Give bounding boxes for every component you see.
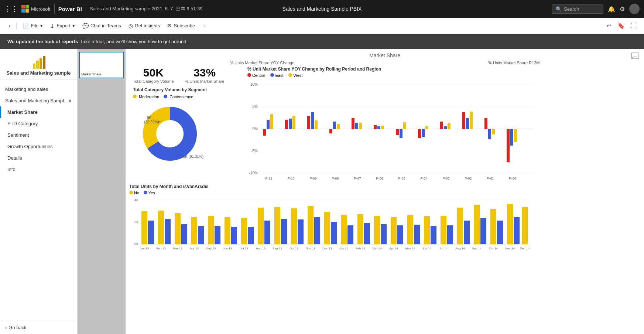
sidebar-item-marketing[interactable]: Marketing and sales [0,84,77,95]
user-avatar[interactable] [629,4,640,14]
sidebar-section-label: Sales and Marketing Sampl... [5,98,68,103]
yoy-section: % Unit Market Share YOY Change by Rollin… [247,67,640,184]
legend-moderation: Moderation [133,95,159,99]
sidebar-bottom: ‹ Go back [0,321,77,334]
go-back-button[interactable]: ‹ Go back [5,325,72,330]
yoy-legend-west: West [288,73,302,78]
svg-rect-94 [281,219,287,244]
svg-text:P-08: P-08 [332,177,339,180]
topbar-divider [54,4,55,14]
sidebar-item-details-label: Details [7,155,22,161]
file-button[interactable]: 📄 File ▾ [20,21,46,31]
sidebar-item-details[interactable]: Details [0,152,77,164]
svg-rect-57 [510,129,513,146]
back-icon: ‹ [9,23,10,28]
sidebar-app-title: Sales and Marketing sample [6,70,71,76]
sidebar-item-growth-label: Growth Opportunities [7,144,53,149]
svg-text:Aug-14: Aug-14 [455,247,465,250]
comment-button[interactable] [631,52,640,62]
waffle-icon[interactable]: ⋮⋮ [4,5,18,13]
svg-text:4K: 4K [134,198,138,202]
legend-dot-yes [144,191,147,194]
ms-logo [21,5,29,13]
undo-button[interactable]: ↩ [605,21,613,31]
sidebar-item-growth[interactable]: Growth Opportunities [0,141,77,152]
svg-text:Oct-13: Oct-13 [290,247,299,250]
sidebar-item-ytd-category[interactable]: YTD Category [0,118,77,129]
chat-teams-button[interactable]: 💬 Chat in Teams [79,21,124,31]
yoy-bar-chart: 10% 5% 0% -5% -10% [247,79,535,183]
svg-text:Oct-14: Oct-14 [489,247,498,250]
svg-rect-97 [308,206,314,244]
kpi-market-share: 33% % Units Market Share [185,67,225,84]
svg-text:P-10: P-10 [287,177,294,180]
sidebar-item-sentiment[interactable]: Sentiment [0,129,77,141]
bookmark-button[interactable]: 🔖 [616,21,626,31]
svg-text:0%: 0% [253,127,258,131]
svg-rect-80 [165,219,171,244]
export-label: Export [56,23,71,28]
svg-rect-123 [522,207,528,244]
sidebar-section-header[interactable]: Sales and Marketing Sampl... ∧ [0,95,77,106]
settings-icon[interactable]: ⚙ [620,6,625,13]
sidebar-item-info[interactable]: Info [0,164,77,175]
sidebar-item-market-share[interactable]: Market Share [0,106,77,118]
more-button[interactable]: ··· [199,21,209,30]
svg-text:Feb-14: Feb-14 [356,247,365,250]
svg-rect-119 [490,209,496,244]
svg-rect-81 [175,213,181,244]
sidebar-item-market-share-label: Market Share [7,109,38,115]
subscribe-icon: ✉ [167,23,172,29]
sidebar-logo-area: Sales and Marketing sample [0,49,77,80]
export-button[interactable]: ⤓ Export ▾ [47,21,78,31]
svg-rect-85 [208,216,214,244]
svg-text:Sep-13: Sep-13 [273,247,282,250]
kpi-label-volume: Total Category Volume [133,79,174,84]
svg-rect-1 [36,61,39,69]
svg-rect-47 [440,122,443,129]
legend-dot-moderation [133,95,137,98]
svg-rect-55 [492,129,495,134]
svg-rect-38 [374,125,377,129]
svg-rect-43 [403,122,406,129]
svg-text:(38.69%): (38.69%) [144,120,159,124]
bell-icon[interactable]: 🔔 [608,6,615,13]
microsoft-label: Microsoft [31,6,51,12]
svg-rect-56 [507,129,510,162]
svg-rect-27 [289,119,292,129]
subscribe-button[interactable]: ✉ Subscribe [164,21,198,31]
svg-rect-112 [431,226,436,244]
go-back-label: Go back [8,325,26,330]
svg-text:Dec-14: Dec-14 [520,247,530,250]
svg-rect-30 [311,112,314,129]
notice-text: Take a tour, and we'll show you how to g… [80,39,188,44]
svg-text:Sep-14: Sep-14 [472,247,482,250]
expand-button[interactable]: ⛶ [629,21,638,31]
svg-rect-110 [414,225,420,244]
svg-text:5%: 5% [253,105,258,109]
donut-chart-container: 9K (38.69%) 15K (61.31%) [133,100,207,168]
powerbi-app-icon [31,55,46,70]
svg-rect-90 [248,227,254,244]
svg-rect-118 [480,218,486,244]
report-canvas: Market Share % Units Market Share YOY Ch… [126,49,644,334]
bottom-bar-chart: 4K 2K 0K [129,197,532,252]
thumb-market-share[interactable]: Market Share [79,52,124,78]
search-box[interactable]: 🔍 Search [552,4,603,14]
svg-rect-89 [241,218,247,244]
sidebar-item-sentiment-label: Sentiment [7,132,29,138]
svg-text:Jan-13: Jan-13 [140,247,149,250]
svg-text:Jun-14: Jun-14 [422,247,432,250]
bottom-legend-yes: Yes [144,191,155,195]
svg-text:-10%: -10% [249,171,258,175]
sidebar-section-chevron: ∧ [68,98,72,103]
svg-rect-86 [215,226,220,244]
svg-rect-105 [374,216,380,244]
insights-button[interactable]: ◎ Get insights [126,21,163,31]
svg-rect-79 [158,211,164,244]
svg-text:Jul-14: Jul-14 [439,247,448,250]
svg-rect-26 [285,120,288,129]
svg-rect-106 [381,224,387,244]
go-back-icon: ‹ [5,325,7,330]
back-button[interactable]: ‹ [6,21,13,30]
